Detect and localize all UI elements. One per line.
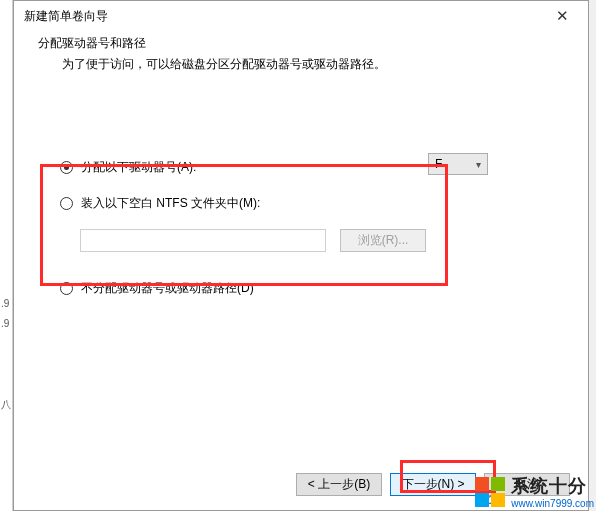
radio-mount-folder[interactable] — [60, 197, 73, 210]
back-button[interactable]: < 上一步(B) — [296, 473, 382, 496]
close-button[interactable]: ✕ — [542, 3, 582, 29]
watermark-small: W1 — [476, 493, 496, 507]
drive-letter-value: F — [435, 157, 442, 171]
titlebar: 新建简单卷向导 ✕ — [14, 1, 588, 31]
page-description: 为了便于访问，可以给磁盘分区分配驱动器号或驱动器路径。 — [38, 52, 564, 73]
next-button[interactable]: 下一步(N) > — [390, 473, 476, 496]
drive-letter-select[interactable]: F ▾ — [428, 153, 488, 175]
page-title: 分配驱动器号和路径 — [38, 35, 564, 52]
close-icon: ✕ — [556, 7, 569, 25]
option-assign-letter-label: 分配以下驱动器号(A): — [81, 159, 196, 176]
mount-folder-row: 浏览(R)... — [60, 229, 542, 252]
wizard-footer: < 上一步(B) 下一步(N) > 取消 — [296, 473, 570, 496]
wizard-header: 分配驱动器号和路径 为了便于访问，可以给磁盘分区分配驱动器号或驱动器路径。 — [14, 31, 588, 73]
window-title: 新建简单卷向导 — [24, 8, 542, 25]
wizard-window: 新建简单卷向导 ✕ 分配驱动器号和路径 为了便于访问，可以给磁盘分区分配驱动器号… — [13, 0, 589, 511]
option-mount-folder-label: 装入以下空白 NTFS 文件夹中(M): — [81, 195, 260, 212]
background-left-edge: .9 .9 八 — [0, 0, 13, 511]
option-no-assign[interactable]: 不分配驱动器号或驱动器路径(D) — [60, 274, 542, 302]
option-mount-folder[interactable]: 装入以下空白 NTFS 文件夹中(M): — [60, 189, 542, 217]
cancel-button[interactable]: 取消 — [484, 473, 570, 496]
wizard-content: 分配以下驱动器号(A): F ▾ 装入以下空白 NTFS 文件夹中(M): 浏览… — [14, 73, 588, 302]
radio-no-assign[interactable] — [60, 282, 73, 295]
radio-assign-letter[interactable] — [60, 161, 73, 174]
mount-folder-input[interactable] — [80, 229, 326, 252]
chevron-down-icon: ▾ — [476, 159, 481, 170]
option-no-assign-label: 不分配驱动器号或驱动器路径(D) — [81, 280, 254, 297]
browse-button: 浏览(R)... — [340, 229, 426, 252]
